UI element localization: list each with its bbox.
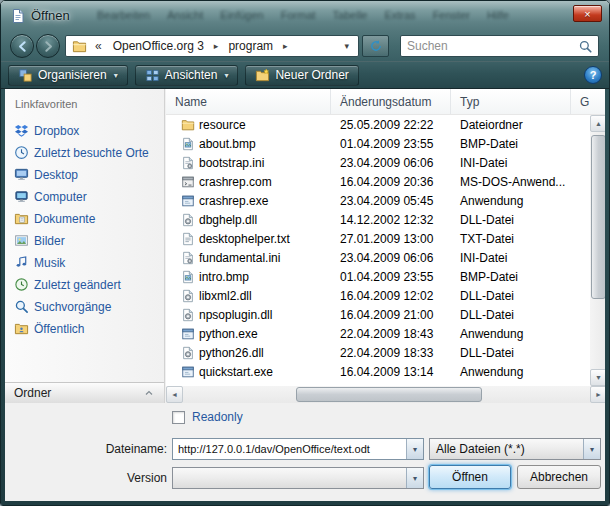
file-list-rows: resource25.05.2009 22:22Dateiordnerabout… [166,115,590,386]
file-row-libxml2-dll[interactable]: libxml2.dll16.04.2009 12:02DLL-Datei [166,286,590,305]
column-header-date[interactable]: Änderungsdatum [331,89,451,114]
file-type: MS-DOS-Anwend... [451,175,571,189]
background-menu-item: Extras [384,9,415,21]
file-name-cell: quickstart.exe [166,365,331,379]
breadcrumb-item-program[interactable]: program [222,39,279,53]
file-row-resource[interactable]: resource25.05.2009 22:22Dateiordner [166,115,590,134]
horizontal-scrollbar[interactable]: ◄ ► [166,386,607,403]
file-row-intro-bmp[interactable]: intro.bmp01.04.2009 23:55BMP-Datei [166,267,590,286]
column-header-size[interactable]: G [571,89,607,114]
file-row-crashrep-com[interactable]: crashrep.com16.04.2009 20:36MS-DOS-Anwen… [166,172,590,191]
close-icon: × [584,8,590,20]
filename-combobox[interactable]: ▾ [172,438,424,460]
file-name: crashrep.exe [199,194,268,208]
dialog-body: Linkfavoriten DropboxZuletzt besuchte Or… [5,89,607,503]
version-dropdown[interactable]: ▾ [172,467,424,489]
file-row-bootstrap-ini[interactable]: bootstrap.ini23.04.2009 06:06INI-Datei [166,153,590,172]
forward-button[interactable] [36,34,60,58]
cancel-button[interactable]: Abbrechen [517,465,601,489]
filename-dropdown-icon[interactable]: ▾ [406,439,423,459]
version-dropdown-icon[interactable]: ▾ [406,468,423,488]
file-name-cell: bootstrap.ini [166,156,331,170]
breadcrumb[interactable]: « OpenOffice.org 3▸program▸ ▾ [65,35,359,57]
pictures-icon [14,233,29,248]
file-row-python-exe[interactable]: python.exe22.04.2009 18:43Anwendung [166,324,590,343]
sidebar-item-musik[interactable]: Musik [5,252,164,274]
breadcrumb-separator-icon[interactable]: ▸ [210,41,223,51]
column-header-type[interactable]: Typ [451,89,571,114]
file-name: fundamental.ini [199,251,280,265]
sidebar-item-label: Zuletzt besuchte Orte [34,146,149,160]
file-row-crashrep-exe[interactable]: crashrep.exe23.04.2009 05:45Anwendung [166,191,590,210]
filetype-dropdown-icon[interactable]: ▾ [583,439,600,459]
filetype-dropdown[interactable]: Alle Dateien (*.*) ▾ [429,438,601,460]
file-row-about-bmp[interactable]: about.bmp01.04.2009 23:55BMP-Datei [166,134,590,153]
sidebar-item-dropbox[interactable]: Dropbox [5,120,164,142]
file-list-header: Name Änderungsdatum Typ G [166,89,607,115]
views-button[interactable]: Ansichten ▾ [135,65,239,86]
background-menu-item: Bearbeiten [97,9,150,21]
file-name: intro.bmp [199,270,249,284]
new-folder-button[interactable]: Neuer Ordner [245,65,358,86]
chevron-down-icon: ▾ [114,71,118,80]
file-row-quickstart-exe[interactable]: quickstart.exe16.04.2009 13:14Anwendung [166,362,590,381]
window-icon [10,8,26,24]
sidebar-item-desktop[interactable]: Desktop [5,164,164,186]
organize-button[interactable]: Organisieren ▾ [8,65,128,86]
chevron-down-icon: ▾ [224,71,228,80]
file-icon-com [181,175,195,189]
refresh-button[interactable] [362,35,389,57]
breadcrumb-overflow-chevron[interactable]: « [90,39,107,53]
sidebar-item-zuletzt-besuchte-orte[interactable]: Zuletzt besuchte Orte [5,142,164,164]
breadcrumb-separator-icon[interactable]: ▸ [279,41,292,51]
sidebar-item-zuletzt-geaendert[interactable]: Zuletzt geändert [5,274,164,296]
sidebar-item-computer[interactable]: Computer [5,186,164,208]
file-type: Dateiordner [451,118,571,132]
file-name: about.bmp [199,137,256,151]
file-name: libxml2.dll [199,289,252,303]
window-title: Öffnen [31,8,70,23]
sidebar-item-label: Desktop [34,168,78,182]
sidebar-item-suchvorgaenge[interactable]: Suchvorgänge [5,296,164,318]
sidebar-item-dokumente[interactable]: Dokumente [5,208,164,230]
search-box[interactable] [400,35,599,57]
file-row-python26-dll[interactable]: python26.dll22.04.2009 18:33DLL-Datei [166,343,590,362]
titlebar[interactable]: Öffnen BearbeitenAnsichtEinfügenFormatTa… [1,1,609,31]
sidebar-item-bilder[interactable]: Bilder [5,230,164,252]
file-name-cell: python26.dll [166,346,331,360]
open-dialog-window: Öffnen BearbeitenAnsichtEinfügenFormatTa… [0,0,610,506]
sidebar-item-oeffentlich[interactable]: Öffentlich [5,318,164,340]
file-row-npsoplugin-dll[interactable]: npsoplugin.dll16.04.2009 21:00DLL-Datei [166,305,590,324]
scroll-left-button[interactable]: ◄ [166,386,183,403]
file-date: 27.01.2009 13:00 [331,232,451,246]
file-date: 01.04.2009 23:55 [331,270,451,284]
file-name-cell: python.exe [166,327,331,341]
file-date: 01.04.2009 23:55 [331,137,451,151]
close-button[interactable]: × [573,5,602,22]
back-button[interactable] [10,34,34,58]
file-date: 16.04.2009 13:14 [331,365,451,379]
vertical-scroll-thumb[interactable] [591,135,606,299]
folders-expander[interactable]: Ordner [5,382,164,403]
search-icon[interactable] [578,39,593,54]
help-button[interactable]: ? [584,66,602,84]
file-name-cell: desktophelper.txt [166,232,331,246]
file-row-desktophelper-txt[interactable]: desktophelper.txt27.01.2009 13:00TXT-Dat… [166,229,590,248]
search-input[interactable] [401,39,578,53]
navigation-bar: « OpenOffice.org 3▸program▸ ▾ [1,31,609,61]
readonly-checkbox[interactable] [172,411,185,424]
column-header-name[interactable]: Name [166,89,331,114]
sidebar-item-label: Dokumente [34,212,95,226]
file-row-dbghelp-dll[interactable]: dbghelp.dll14.12.2002 12:32DLL-Datei [166,210,590,229]
filename-input[interactable] [173,443,406,455]
dialog-footer: Readonly Dateiname: ▾ Alle Dateien (*.*)… [5,403,607,503]
file-name-cell: dbghelp.dll [166,213,331,227]
horizontal-scroll-thumb[interactable] [296,387,482,402]
searches-icon [14,299,29,314]
open-button[interactable]: Öffnen [429,465,511,489]
file-row-fundamental-ini[interactable]: fundamental.ini23.04.2009 06:06INI-Datei [166,248,590,267]
breadcrumb-item-openoffice-org-3[interactable]: OpenOffice.org 3 [107,39,210,53]
views-label: Ansichten [165,68,218,82]
breadcrumb-dropdown-icon[interactable]: ▾ [339,41,354,51]
file-name: python.exe [199,327,258,341]
